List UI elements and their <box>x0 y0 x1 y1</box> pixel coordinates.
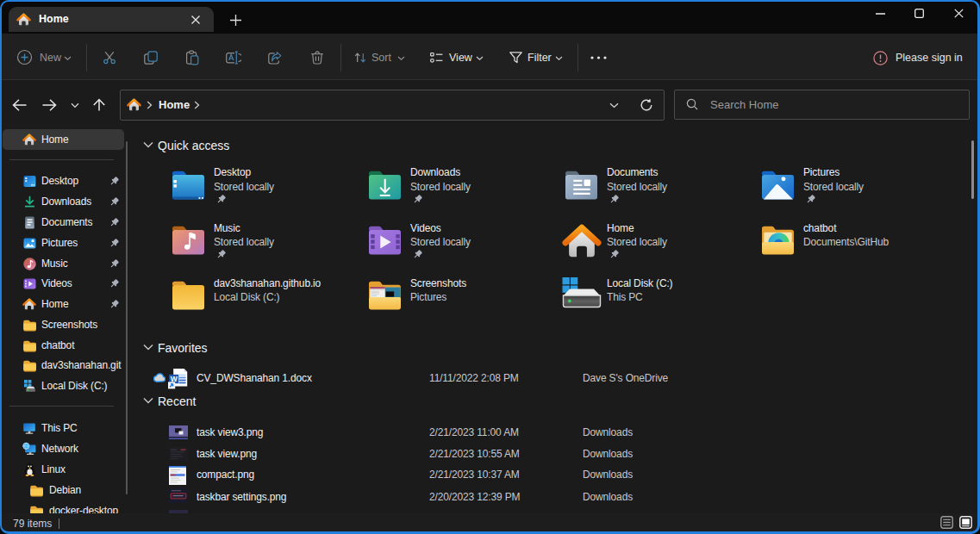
svg-text:W: W <box>171 375 178 383</box>
